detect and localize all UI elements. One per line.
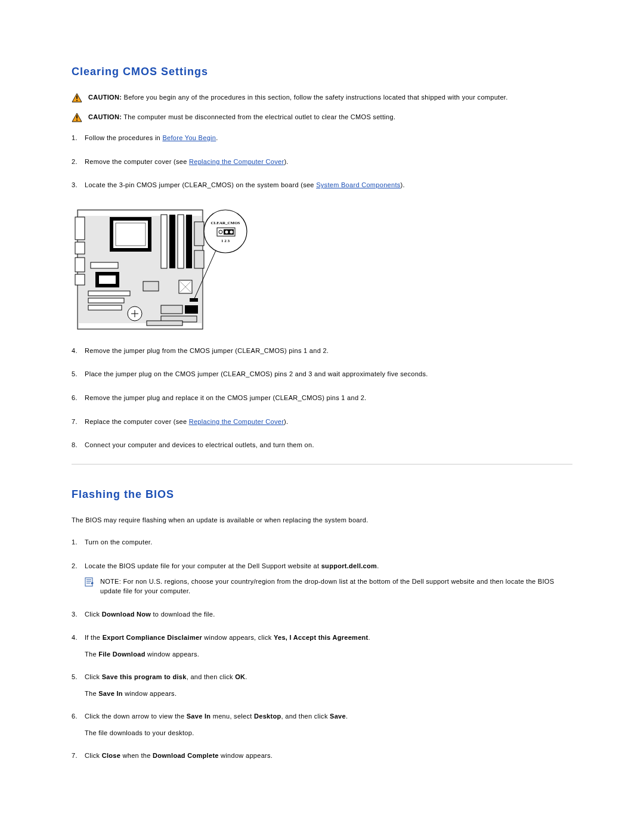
svg-rect-25 [88,291,130,296]
warning-triangle-icon [72,93,82,103]
section-divider [72,464,572,465]
svg-rect-4 [76,115,78,118]
svg-rect-2 [76,100,78,101]
warning-triangle-icon [72,113,82,122]
caution-1-label: CAUTION: [88,94,122,101]
cmos-step-5: Place the jumper plug on the CMOS jumper… [85,369,572,380]
cmos-step-1: Follow the procedures in Before You Begi… [85,133,572,144]
bios-step-6: Click the down arrow to view the Save In… [85,711,572,738]
svg-rect-34 [147,321,182,326]
svg-rect-20 [194,222,204,246]
svg-point-45 [225,230,228,233]
bios-step-1: Turn on the computer. [85,537,572,548]
svg-rect-8 [79,323,202,328]
svg-rect-1 [76,95,78,98]
svg-rect-47 [85,578,92,586]
caution-2-text: CAUTION: The computer must be disconnect… [88,112,395,122]
link-replacing-cover-2[interactable]: Replacing the Computer Cover [189,418,284,425]
note-label: NOTE: [100,578,121,585]
svg-rect-21 [194,250,204,268]
caution-2-label: CAUTION: [88,113,122,120]
caution-1-text: CAUTION: Before you begin any of the pro… [88,92,508,103]
cmos-step-2: Remove the computer cover (see Replacing… [85,157,572,168]
bios-step-2: Locate the BIOS update file for your com… [85,561,572,596]
heading-clearing-cmos: Clearing CMOS Settings [72,66,572,78]
svg-rect-27 [88,305,122,310]
svg-rect-9 [75,217,85,240]
svg-rect-5 [76,120,78,121]
callout-label-text: CLEAR_CMOS [210,221,240,225]
svg-point-46 [230,230,233,233]
bios-note: NOTE: For non U.S. regions, choose your … [85,577,572,596]
cmos-step-4: Remove the jumper plug from the CMOS jum… [85,346,572,357]
svg-rect-18 [178,215,184,268]
heading-flashing-bios: Flashing the BIOS [72,488,572,501]
svg-rect-16 [161,215,167,268]
section-flashing-bios: Flashing the BIOS The BIOS may require f… [72,488,572,761]
svg-rect-31 [161,305,182,314]
bios-intro: The BIOS may require flashing when an up… [72,515,572,526]
cmos-steps-1-3: Follow the procedures in Before You Begi… [72,133,572,191]
svg-rect-11 [75,258,85,272]
bios-step-4: If the Export Compliance Disclaimer wind… [85,633,572,659]
bios-steps: Turn on the computer. Locate the BIOS up… [72,537,572,761]
caution-1: CAUTION: Before you begin any of the pro… [72,92,572,103]
svg-rect-17 [169,215,175,268]
svg-rect-14 [113,221,148,248]
caution-2: CAUTION: The computer must be disconnect… [72,112,572,122]
bios-step-4-sub: The File Download window appears. [85,649,572,659]
svg-rect-22 [91,262,118,268]
bios-step-6-sub: The file downloads to your desktop. [85,728,572,738]
cmos-steps-4-8: Remove the jumper plug from the CMOS jum… [72,346,572,451]
link-before-you-begin[interactable]: Before You Begin [162,134,216,141]
note-document-icon [85,577,94,587]
svg-rect-26 [88,298,124,303]
svg-rect-12 [75,274,85,285]
bios-step-5: Click Save this program to disk, and the… [85,672,572,698]
callout-pins-text: 1 2 3 [221,239,230,243]
cmos-step-3: Locate the 3-pin CMOS jumper (CLEAR_CMOS… [85,180,572,191]
svg-rect-10 [75,242,85,254]
motherboard-diagram: CLEAR_CMOS 1 2 3 [72,204,572,335]
bios-step-5-sub: The Save In window appears. [85,689,572,699]
svg-point-43 [219,230,222,234]
bios-step-3: Click Download Now to download the file. [85,609,572,620]
cmos-step-8: Connect your computer and devices to ele… [85,440,572,451]
svg-rect-32 [185,305,198,314]
cmos-step-7: Replace the computer cover (see Replacin… [85,417,572,428]
link-replacing-cover-1[interactable]: Replacing the Computer Cover [189,158,284,165]
bios-step-7: Click Close when the Download Complete w… [85,751,572,761]
svg-rect-24 [99,275,116,284]
svg-rect-19 [186,215,192,268]
section-clearing-cmos: Clearing CMOS Settings CAUTION: Before y… [72,66,572,451]
svg-rect-35 [143,281,159,291]
cmos-step-6: Remove the jumper plug and replace it on… [85,393,572,404]
link-system-board-components[interactable]: System Board Components [316,181,400,188]
